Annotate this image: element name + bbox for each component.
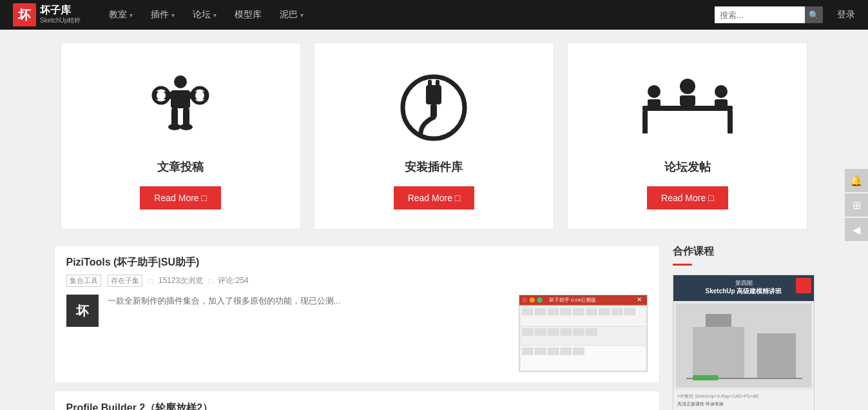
svg-rect-83 bbox=[706, 314, 731, 327]
svg-rect-39 bbox=[573, 308, 584, 315]
svg-text:高清正版课程 终身有效: 高清正版课程 终身有效 bbox=[677, 402, 724, 407]
svg-point-25 bbox=[715, 85, 728, 98]
svg-rect-56 bbox=[573, 347, 584, 355]
nav-item-models[interactable]: 模型库 bbox=[226, 0, 271, 30]
card-plugin-read-more[interactable]: Read More □ bbox=[394, 186, 475, 210]
search-input[interactable] bbox=[715, 6, 805, 23]
course-img-svg: 第四期 SketchUp 高级建模精讲班 VIP教程 SketchUp+V bbox=[673, 275, 814, 410]
svg-point-23 bbox=[680, 79, 695, 94]
svg-text:坏子助手 0.04公测版: 坏子助手 0.04公测版 bbox=[548, 297, 596, 303]
svg-rect-84 bbox=[757, 333, 796, 378]
card-forum: 论坛发帖 Read More □ bbox=[567, 43, 807, 229]
svg-rect-86 bbox=[693, 375, 719, 380]
svg-rect-53 bbox=[534, 347, 546, 355]
svg-rect-49 bbox=[573, 328, 584, 336]
nav-menu: 教室 ▾ 插件 ▾ 论坛 ▾ 模型库 泥巴 ▾ bbox=[100, 0, 715, 30]
svg-text:坏: 坏 bbox=[75, 304, 90, 318]
login-button[interactable]: 登录 bbox=[833, 9, 855, 21]
card-plugin: 安装插件库 Read More □ bbox=[314, 43, 554, 229]
svg-rect-35 bbox=[521, 308, 533, 315]
grid-icon: ⊞ bbox=[853, 199, 861, 211]
plugin-icon bbox=[398, 72, 469, 143]
card-plugin-icon-area bbox=[398, 63, 469, 153]
svg-rect-42 bbox=[611, 308, 622, 315]
svg-rect-37 bbox=[547, 308, 559, 315]
svg-point-33 bbox=[537, 298, 542, 303]
content-row: PiziTools (坏子助手|SU助手) 集合工具 存在子集 □ 15123次… bbox=[54, 245, 815, 410]
post-title[interactable]: Profile Builder 2（轮廓放样2） bbox=[66, 402, 648, 410]
sidebar-title: 合作课程 bbox=[673, 245, 815, 259]
grid-button[interactable]: ⊞ bbox=[845, 193, 868, 217]
post-avatar: 坏 bbox=[66, 295, 99, 327]
chevron-down-icon: ▾ bbox=[171, 12, 175, 19]
search-area: 🔍 bbox=[715, 6, 823, 23]
nav-item-classroom[interactable]: 教室 ▾ bbox=[100, 0, 142, 30]
card-article-read-more[interactable]: Read More □ bbox=[140, 186, 221, 210]
svg-point-7 bbox=[195, 91, 204, 100]
svg-rect-19 bbox=[642, 111, 648, 133]
svg-point-5 bbox=[157, 91, 166, 100]
svg-rect-55 bbox=[560, 347, 572, 355]
svg-rect-20 bbox=[728, 111, 733, 133]
nav-item-plugins[interactable]: 插件 ▾ bbox=[142, 0, 184, 30]
chevron-down-icon: ▾ bbox=[130, 12, 133, 19]
svg-text:SketchUp 高级建模精讲班: SketchUp 高级建模精讲班 bbox=[705, 288, 782, 295]
card-article-icon-area bbox=[142, 63, 219, 153]
svg-text:第四期: 第四期 bbox=[735, 280, 752, 286]
svg-rect-43 bbox=[624, 308, 635, 315]
search-button[interactable]: 🔍 bbox=[805, 6, 823, 23]
logo[interactable]: 坏 坏子库 SketchUp精粹 bbox=[13, 3, 81, 26]
svg-point-31 bbox=[521, 298, 526, 303]
svg-point-11 bbox=[168, 124, 181, 130]
post-description: 一款全新制作的插件集合，加入了很多原创的功能，现已公测... bbox=[108, 295, 510, 372]
svg-rect-16 bbox=[436, 80, 439, 88]
svg-rect-54 bbox=[547, 347, 559, 355]
logo-subtitle: SketchUp精粹 bbox=[40, 16, 81, 25]
svg-rect-46 bbox=[534, 328, 546, 336]
chevron-down-icon: ▾ bbox=[213, 12, 217, 19]
svg-point-21 bbox=[648, 85, 661, 98]
svg-rect-48 bbox=[560, 328, 572, 336]
nav-item-mud[interactable]: 泥巴 ▾ bbox=[271, 0, 313, 30]
svg-rect-8 bbox=[169, 93, 192, 97]
svg-rect-22 bbox=[648, 99, 661, 108]
back-button[interactable]: ◀ bbox=[845, 218, 868, 241]
card-article: 文章投稿 Read More □ bbox=[61, 43, 301, 229]
card-article-title: 文章投稿 bbox=[157, 159, 204, 175]
post-tag: 存在子集 bbox=[108, 275, 142, 287]
post-views: 15123次浏览 bbox=[159, 275, 203, 286]
post-comments: 评论:254 bbox=[218, 275, 248, 286]
navbar: 坏 坏子库 SketchUp精粹 教室 ▾ 插件 ▾ 论坛 ▾ 模型库 泥巴 ▾… bbox=[0, 0, 868, 30]
notification-button[interactable]: 🔔 bbox=[845, 169, 868, 192]
svg-rect-10 bbox=[183, 108, 189, 126]
posts-column: PiziTools (坏子助手|SU助手) 集合工具 存在子集 □ 15123次… bbox=[54, 245, 660, 410]
svg-rect-26 bbox=[715, 99, 728, 108]
card-plugin-title: 安装插件库 bbox=[405, 159, 463, 175]
svg-point-0 bbox=[174, 75, 187, 88]
bell-icon: 🔔 bbox=[850, 175, 863, 187]
svg-rect-9 bbox=[171, 108, 178, 126]
svg-text:VIP教程 SketchUp+V-Ray+CAD+PS+AE: VIP教程 SketchUp+V-Ray+CAD+PS+AE bbox=[677, 394, 759, 399]
post-title[interactable]: PiziTools (坏子助手|SU助手) bbox=[66, 256, 648, 269]
svg-rect-15 bbox=[428, 80, 432, 88]
card-forum-read-more[interactable]: Read More □ bbox=[647, 186, 728, 210]
svg-rect-87 bbox=[673, 390, 814, 410]
svg-rect-38 bbox=[560, 308, 572, 315]
svg-point-12 bbox=[180, 124, 193, 130]
logo-title: 坏子库 bbox=[40, 5, 71, 15]
post-body: 坏 一款全新制作的插件集合，加入了很多原创的功能，现已公测... bbox=[66, 295, 648, 372]
svg-point-32 bbox=[529, 298, 534, 303]
nav-item-forum[interactable]: 论坛 ▾ bbox=[184, 0, 226, 30]
svg-rect-40 bbox=[585, 308, 597, 315]
svg-rect-47 bbox=[547, 328, 559, 336]
svg-rect-82 bbox=[693, 327, 744, 378]
post-meta: 集合工具 存在子集 □ 15123次浏览 □ 评论:254 bbox=[66, 275, 648, 287]
article-icon bbox=[142, 72, 219, 143]
course-image[interactable]: 第四期 SketchUp 高级建模精讲班 VIP教程 SketchUp+V bbox=[673, 275, 815, 410]
svg-rect-36 bbox=[534, 308, 546, 315]
post-thumbnail: 坏子助手 0.04公测版 ✕ bbox=[519, 295, 648, 372]
sidebar-title-underline bbox=[673, 264, 692, 266]
post-tag: 集合工具 bbox=[66, 275, 101, 287]
post-thumb-img: 坏子助手 0.04公测版 ✕ bbox=[519, 295, 647, 372]
svg-rect-41 bbox=[598, 308, 610, 315]
